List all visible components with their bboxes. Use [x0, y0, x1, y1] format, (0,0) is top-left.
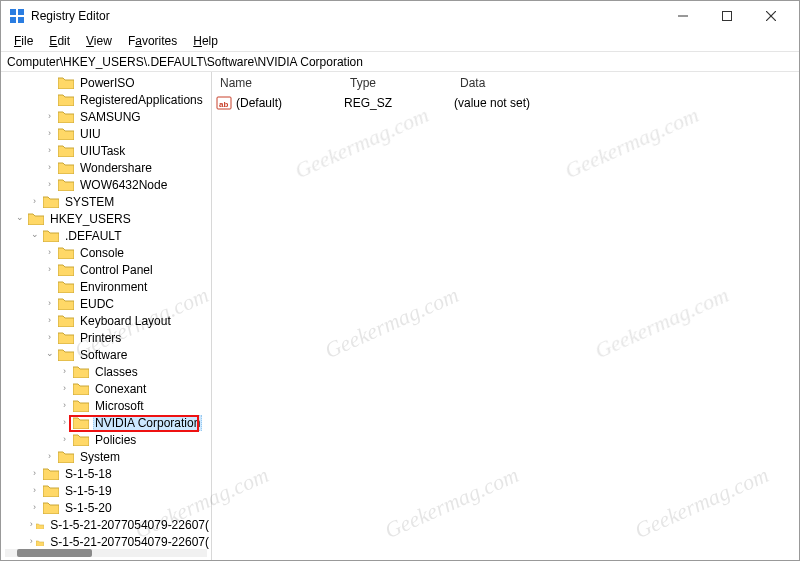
main-split: PowerISO RegisteredApplications ›SAMSUNG… — [1, 72, 799, 560]
chevron-right-icon[interactable]: › — [43, 297, 56, 310]
app-icon — [9, 8, 25, 24]
tree-item[interactable]: RegisteredApplications — [1, 91, 211, 108]
menu-view[interactable]: View — [79, 33, 119, 49]
chevron-right-icon[interactable]: › — [43, 178, 56, 191]
tree-item[interactable]: ›SAMSUNG — [1, 108, 211, 125]
address-bar[interactable] — [1, 51, 799, 72]
scrollbar-thumb[interactable] — [17, 549, 92, 557]
tree-item[interactable]: ›System — [1, 448, 211, 465]
chevron-right-icon[interactable]: › — [28, 484, 41, 497]
chevron-right-icon[interactable]: › — [58, 365, 71, 378]
chevron-right-icon[interactable]: › — [43, 144, 56, 157]
tree-item[interactable]: ›Control Panel — [1, 261, 211, 278]
column-header-data[interactable]: Data — [452, 73, 799, 93]
chevron-right-icon[interactable]: › — [43, 331, 56, 344]
chevron-right-icon[interactable]: › — [58, 399, 71, 412]
chevron-right-icon[interactable]: › — [28, 501, 41, 514]
tree-item-selected[interactable]: ›NVIDIA Corporation — [1, 414, 211, 431]
column-header-type[interactable]: Type — [342, 73, 452, 93]
close-button[interactable] — [749, 2, 793, 30]
tree-item[interactable]: ›Microsoft — [1, 397, 211, 414]
folder-icon — [58, 263, 74, 276]
tree-item[interactable]: ›Wondershare — [1, 159, 211, 176]
maximize-button[interactable] — [705, 2, 749, 30]
tree-item[interactable]: PowerISO — [1, 74, 211, 91]
tree-pane[interactable]: PowerISO RegisteredApplications ›SAMSUNG… — [1, 72, 212, 560]
address-input[interactable] — [7, 55, 793, 69]
folder-icon — [43, 484, 59, 497]
tree-item[interactable]: ›Console — [1, 244, 211, 261]
tree-item[interactable]: ›S-1-5-18 — [1, 465, 211, 482]
folder-icon — [58, 93, 74, 106]
menu-favorites[interactable]: Favorites — [121, 33, 184, 49]
tree-item[interactable]: Environment — [1, 278, 211, 295]
menu-help[interactable]: Help — [186, 33, 225, 49]
minimize-button[interactable] — [661, 2, 705, 30]
column-header-name[interactable]: Name — [212, 73, 342, 93]
folder-icon — [73, 382, 89, 395]
chevron-right-icon[interactable]: › — [43, 161, 56, 174]
tree-item[interactable]: ›S-1-5-20 — [1, 499, 211, 516]
folder-icon — [58, 348, 74, 361]
values-pane[interactable]: Name Type Data ab (Default) REG_SZ (valu… — [212, 72, 799, 560]
tree-item[interactable]: ›S-1-5-19 — [1, 482, 211, 499]
tree-item[interactable]: ›Printers — [1, 329, 211, 346]
chevron-down-icon[interactable]: ⌄ — [28, 228, 41, 241]
tree-item[interactable]: ›Classes — [1, 363, 211, 380]
folder-icon — [58, 178, 74, 191]
folder-icon — [58, 280, 74, 293]
chevron-right-icon[interactable]: › — [43, 127, 56, 140]
menubar: File Edit View Favorites Help — [1, 31, 799, 51]
svg-rect-3 — [18, 17, 24, 23]
tree-scroll: PowerISO RegisteredApplications ›SAMSUNG… — [1, 72, 211, 560]
tree-item[interactable]: ⌄Software — [1, 346, 211, 363]
value-type: REG_SZ — [344, 96, 454, 110]
folder-icon — [58, 450, 74, 463]
tree-item[interactable]: ›WOW6432Node — [1, 176, 211, 193]
tree-item[interactable]: ›S-1-5-21-2077054079-22607( — [1, 533, 211, 550]
tree-item[interactable]: ⌄HKEY_USERS — [1, 210, 211, 227]
folder-icon — [73, 416, 89, 429]
folder-icon — [58, 246, 74, 259]
horizontal-scrollbar[interactable] — [5, 549, 207, 557]
folder-icon — [58, 161, 74, 174]
chevron-down-icon[interactable]: ⌄ — [43, 347, 56, 360]
chevron-right-icon[interactable]: › — [58, 416, 71, 429]
tree-item[interactable]: ›UIUTask — [1, 142, 211, 159]
folder-icon — [43, 467, 59, 480]
chevron-right-icon[interactable]: › — [58, 382, 71, 395]
chevron-right-icon[interactable]: › — [28, 535, 34, 548]
chevron-right-icon[interactable]: › — [43, 450, 56, 463]
tree-item[interactable]: ›S-1-5-21-2077054079-22607( — [1, 516, 211, 533]
chevron-right-icon[interactable]: › — [43, 110, 56, 123]
chevron-right-icon[interactable]: › — [58, 433, 71, 446]
svg-rect-0 — [10, 9, 16, 15]
folder-icon — [58, 110, 74, 123]
value-name: (Default) — [236, 96, 344, 110]
menu-edit[interactable]: Edit — [42, 33, 77, 49]
tree-item[interactable]: ›Policies — [1, 431, 211, 448]
tree-item[interactable]: ⌄.DEFAULT — [1, 227, 211, 244]
chevron-right-icon[interactable]: › — [43, 314, 56, 327]
folder-icon — [43, 501, 59, 514]
chevron-right-icon[interactable]: › — [43, 246, 56, 259]
value-row[interactable]: ab (Default) REG_SZ (value not set) — [212, 94, 799, 112]
folder-icon — [43, 195, 59, 208]
tree-item[interactable]: ›UIU — [1, 125, 211, 142]
value-data: (value not set) — [454, 96, 799, 110]
chevron-right-icon[interactable]: › — [28, 195, 41, 208]
chevron-down-icon[interactable]: ⌄ — [13, 211, 26, 224]
menu-file[interactable]: File — [7, 33, 40, 49]
column-headers[interactable]: Name Type Data — [212, 72, 799, 94]
chevron-right-icon[interactable]: › — [43, 263, 56, 276]
chevron-right-icon[interactable]: › — [28, 467, 41, 480]
tree-item[interactable]: ›SYSTEM — [1, 193, 211, 210]
folder-icon — [43, 229, 59, 242]
svg-rect-2 — [10, 17, 16, 23]
tree-item[interactable]: ›EUDC — [1, 295, 211, 312]
folder-icon — [58, 144, 74, 157]
chevron-right-icon[interactable]: › — [28, 518, 34, 531]
tree-item[interactable]: ›Conexant — [1, 380, 211, 397]
folder-icon — [73, 365, 89, 378]
tree-item[interactable]: ›Keyboard Layout — [1, 312, 211, 329]
